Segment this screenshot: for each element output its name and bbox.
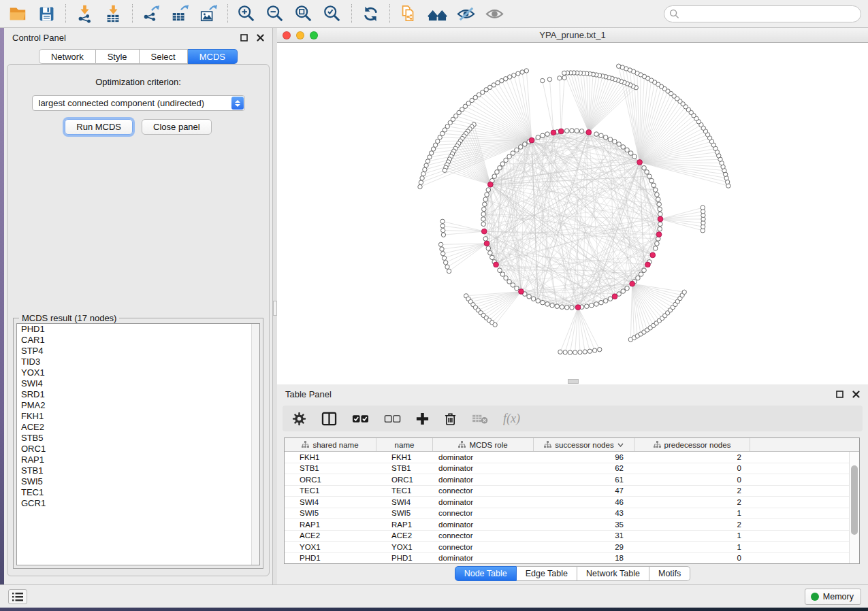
cell-shared-name[interactable]: PHD1: [285, 554, 376, 562]
network-node[interactable]: [445, 265, 449, 269]
cell-shared-name[interactable]: STB1: [285, 464, 376, 472]
network-node[interactable]: [599, 300, 604, 305]
mcds-node[interactable]: [612, 294, 617, 299]
network-node[interactable]: [625, 148, 630, 152]
network-node[interactable]: [518, 145, 523, 150]
mcds-node[interactable]: [656, 232, 662, 237]
column-header-MCDS-role[interactable]: MCDS role: [433, 438, 534, 451]
close-window-icon[interactable]: [283, 31, 291, 39]
cell-shared-name[interactable]: SWI5: [285, 509, 376, 517]
table-row[interactable]: TEC1TEC1connector472: [285, 486, 849, 497]
cell-predecessor-nodes[interactable]: 0: [634, 464, 750, 472]
network-node[interactable]: [541, 133, 545, 138]
network-node[interactable]: [682, 290, 686, 294]
network-node[interactable]: [504, 158, 509, 163]
cell-shared-name[interactable]: SWI4: [285, 498, 376, 506]
cell-name[interactable]: YOX1: [376, 543, 433, 551]
cell-successor-nodes[interactable]: 46: [534, 498, 634, 506]
network-node[interactable]: [584, 304, 589, 309]
network-node[interactable]: [594, 302, 599, 307]
tab-node-table[interactable]: Node Table: [455, 566, 517, 581]
network-node[interactable]: [440, 219, 445, 223]
cell-name[interactable]: ACE2: [376, 531, 433, 540]
network-node[interactable]: [438, 242, 443, 246]
cell-name[interactable]: RAP1: [376, 521, 433, 529]
network-node[interactable]: [642, 165, 647, 170]
table-scrollbar-thumb[interactable]: [851, 465, 858, 535]
table-settings-button[interactable]: [292, 412, 306, 426]
network-node[interactable]: [512, 73, 516, 77]
mcds-node[interactable]: [519, 289, 524, 295]
network-node[interactable]: [419, 180, 423, 184]
import-table-button[interactable]: [101, 2, 125, 25]
cell-shared-name[interactable]: ORC1: [285, 476, 376, 484]
cell-successor-nodes[interactable]: 62: [534, 464, 634, 472]
network-node[interactable]: [657, 202, 662, 207]
cell-name[interactable]: SWI4: [376, 498, 433, 506]
network-node[interactable]: [420, 176, 424, 180]
network-node[interactable]: [441, 228, 445, 232]
network-node[interactable]: [642, 268, 647, 273]
zoom-out-button[interactable]: [263, 2, 287, 25]
tab-network-table[interactable]: Network Table: [577, 566, 649, 581]
network-node[interactable]: [431, 147, 435, 151]
mcds-result-item[interactable]: STB1: [17, 465, 259, 476]
network-node[interactable]: [423, 167, 427, 171]
clone-network-button[interactable]: [396, 2, 421, 25]
network-node[interactable]: [575, 129, 579, 133]
delete-column-button[interactable]: [444, 412, 457, 426]
network-node[interactable]: [655, 242, 660, 246]
cell-name[interactable]: SWI5: [376, 509, 433, 517]
table-row[interactable]: ORC1ORC1dominator610: [285, 474, 849, 486]
network-node[interactable]: [658, 207, 662, 212]
column-header-successor-nodes[interactable]: successor nodes: [534, 438, 634, 451]
cell-predecessor-nodes[interactable]: 2: [634, 521, 750, 529]
deselect-all-columns-button[interactable]: [384, 414, 401, 423]
network-node[interactable]: [441, 233, 445, 237]
network-node[interactable]: [500, 162, 505, 167]
cell-MCDS-role[interactable]: dominator: [433, 464, 534, 472]
show-all-button[interactable]: [482, 2, 507, 25]
cell-successor-nodes[interactable]: 35: [534, 521, 634, 529]
network-node[interactable]: [645, 170, 649, 175]
network-node[interactable]: [658, 222, 662, 227]
maximize-window-icon[interactable]: [310, 31, 318, 39]
table-row[interactable]: FKH1FKH1dominator962: [285, 452, 849, 463]
network-node[interactable]: [516, 71, 520, 76]
network-node[interactable]: [560, 305, 564, 310]
network-node[interactable]: [485, 193, 489, 197]
cell-predecessor-nodes[interactable]: 1: [634, 531, 750, 540]
network-node[interactable]: [443, 261, 447, 265]
mcds-result-item[interactable]: STB5: [17, 433, 259, 444]
cell-MCDS-role[interactable]: dominator: [433, 554, 534, 562]
mcds-node[interactable]: [494, 262, 499, 267]
mcds-result-item[interactable]: FKH1: [17, 411, 259, 422]
export-network-button[interactable]: [139, 2, 163, 25]
network-node[interactable]: [652, 183, 656, 188]
network-node[interactable]: [617, 142, 622, 147]
close-panel-button[interactable]: Close panel: [142, 119, 212, 135]
cell-shared-name[interactable]: ACE2: [285, 531, 376, 540]
network-node[interactable]: [507, 280, 512, 284]
network-node[interactable]: [440, 247, 444, 251]
network-node[interactable]: [500, 272, 505, 277]
cell-name[interactable]: TEC1: [376, 486, 433, 495]
network-node[interactable]: [550, 303, 555, 308]
network-node[interactable]: [599, 133, 604, 138]
cell-name[interactable]: STB1: [376, 464, 433, 472]
network-node[interactable]: [500, 78, 504, 82]
mcds-node[interactable]: [558, 129, 564, 134]
table-scrollbar[interactable]: [849, 452, 859, 563]
network-node[interactable]: [558, 76, 562, 80]
cell-name[interactable]: ORC1: [376, 476, 433, 484]
network-node[interactable]: [443, 168, 447, 172]
network-node[interactable]: [428, 155, 432, 159]
network-node[interactable]: [598, 348, 602, 352]
network-node[interactable]: [515, 286, 519, 291]
mcds-result-item[interactable]: PHD1: [17, 324, 259, 335]
column-header-name[interactable]: name: [376, 438, 433, 451]
network-node[interactable]: [608, 137, 613, 142]
network-node[interactable]: [547, 77, 551, 81]
mcds-result-item[interactable]: RAP1: [17, 455, 259, 465]
cell-MCDS-role[interactable]: connector: [433, 543, 534, 551]
